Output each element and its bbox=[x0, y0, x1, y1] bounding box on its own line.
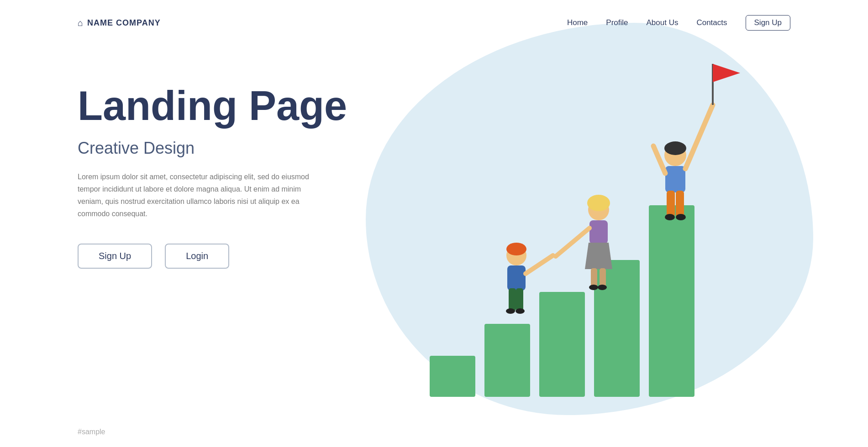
sample-tag: #sample bbox=[78, 428, 105, 436]
svg-point-14 bbox=[587, 195, 610, 211]
login-button[interactable]: Login bbox=[165, 244, 229, 269]
svg-point-26 bbox=[665, 214, 675, 220]
svg-rect-17 bbox=[600, 268, 606, 287]
cta-buttons: Sign Up Login bbox=[78, 244, 347, 269]
signup-button[interactable]: Sign Up bbox=[78, 244, 152, 269]
svg-line-29 bbox=[685, 105, 713, 169]
hero-description: Lorem ipsum dolor sit amet, consectetur … bbox=[78, 171, 315, 220]
nav-signup-button[interactable]: Sign Up bbox=[746, 15, 790, 31]
home-icon: ⌂ bbox=[78, 18, 84, 28]
navigation: Home Profile About Us Contacts Sign Up bbox=[567, 15, 790, 31]
nav-home[interactable]: Home bbox=[567, 18, 588, 27]
svg-point-18 bbox=[589, 285, 598, 290]
header: ⌂ NAME COMPANY Home Profile About Us Con… bbox=[0, 0, 868, 46]
svg-rect-23 bbox=[665, 166, 685, 192]
hero-title: Landing Page bbox=[78, 84, 347, 128]
svg-point-11 bbox=[516, 308, 525, 314]
logo-text: NAME COMPANY bbox=[87, 18, 161, 28]
nav-about[interactable]: About Us bbox=[646, 18, 678, 27]
svg-point-27 bbox=[676, 214, 686, 220]
svg-rect-2 bbox=[539, 292, 585, 397]
svg-point-10 bbox=[506, 308, 515, 314]
svg-line-12 bbox=[526, 255, 553, 274]
svg-rect-9 bbox=[516, 288, 523, 311]
svg-rect-24 bbox=[667, 191, 675, 217]
svg-rect-16 bbox=[591, 268, 597, 287]
svg-line-20 bbox=[556, 228, 589, 256]
hero-subtitle: Creative Design bbox=[78, 139, 347, 158]
nav-contacts[interactable]: Contacts bbox=[696, 18, 727, 27]
svg-rect-8 bbox=[509, 288, 516, 311]
svg-point-6 bbox=[506, 243, 526, 255]
svg-marker-31 bbox=[713, 64, 740, 82]
svg-rect-0 bbox=[430, 356, 475, 397]
svg-rect-7 bbox=[507, 265, 526, 291]
nav-profile[interactable]: Profile bbox=[606, 18, 628, 27]
logo: ⌂ NAME COMPANY bbox=[78, 18, 161, 28]
svg-point-19 bbox=[598, 285, 607, 290]
svg-point-22 bbox=[664, 141, 686, 155]
svg-rect-15 bbox=[589, 220, 608, 244]
illustration bbox=[375, 27, 831, 438]
svg-rect-4 bbox=[649, 205, 694, 397]
svg-line-28 bbox=[653, 146, 665, 173]
svg-rect-1 bbox=[484, 324, 530, 397]
hero-section: Landing Page Creative Design Lorem ipsum… bbox=[78, 84, 347, 269]
svg-rect-25 bbox=[676, 191, 684, 217]
